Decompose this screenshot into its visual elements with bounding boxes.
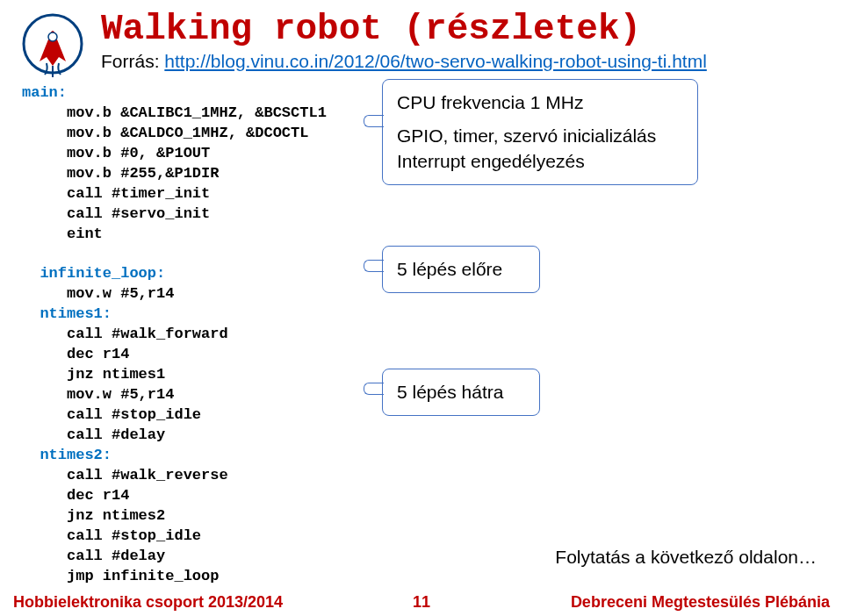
code-block: main: mov.b &CALIBC1_1MHZ, &BCSCTL1 mov.…	[22, 83, 373, 586]
annotation-forward: 5 lépés előre	[382, 246, 540, 293]
rocket-icon	[22, 9, 83, 79]
annotation-reverse: 5 lépés hátra	[382, 369, 540, 416]
footer-right: Debreceni Megtestesülés Plébánia	[571, 593, 830, 612]
annotation-init: CPU frekvencia 1 MHz GPIO, timer, szervó…	[382, 79, 698, 185]
source-link[interactable]: http://blog.vinu.co.in/2012/06/two-servo…	[164, 51, 706, 71]
annotation-line: Interrupt engedélyezés	[397, 149, 683, 174]
annotation-line: GPIO, timer, szervó inicializálás	[397, 124, 683, 148]
slide-title: Walking robot (részletek)	[101, 9, 821, 49]
annotation-line: 5 lépés előre	[397, 259, 502, 279]
source-line: Forrás: http://blog.vinu.co.in/2012/06/t…	[101, 51, 821, 72]
footer: Hobbielektronika csoport 2013/2014 11 De…	[0, 588, 843, 616]
source-prefix: Forrás:	[101, 51, 164, 71]
svg-point-1	[48, 32, 57, 41]
annotation-line: 5 lépés hátra	[397, 382, 503, 402]
page-number: 11	[413, 593, 430, 612]
footer-left: Hobbielektronika csoport 2013/2014	[13, 593, 283, 612]
annotation-line: CPU frekvencia 1 MHz	[397, 90, 683, 115]
continuation-text: Folytatás a következő oldalon…	[555, 547, 817, 568]
